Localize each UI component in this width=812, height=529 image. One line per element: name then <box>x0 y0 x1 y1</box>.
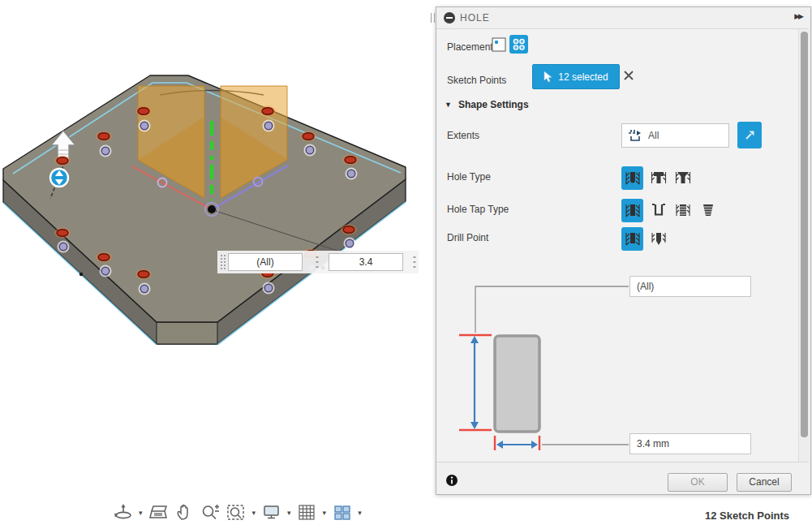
sketch-points-selection-button[interactable]: 12 selected <box>532 64 620 89</box>
viewport-diameter-input[interactable] <box>329 253 403 271</box>
depth-field[interactable] <box>629 276 751 297</box>
drill-point-angle-button[interactable] <box>647 227 669 251</box>
dialog-title: HOLE <box>460 12 490 24</box>
collapse-panel-icon[interactable]: ▶▶ <box>794 12 802 20</box>
extents-value: All <box>648 130 659 141</box>
extent-all-icon <box>627 127 643 144</box>
navigation-toolbar: ▾ ▾ <box>112 499 363 527</box>
zoom-icon[interactable] <box>200 502 221 524</box>
flip-direction-manipulator[interactable] <box>50 169 68 187</box>
kebab-handle-icon[interactable] <box>412 255 417 269</box>
chevron-down-icon[interactable]: ▾ <box>287 509 291 517</box>
flip-arrow-icon <box>742 128 757 143</box>
tap-type-simple-button[interactable] <box>621 199 643 222</box>
section-collapse-icon: ▼ <box>445 101 452 109</box>
drill-point-flat-button[interactable] <box>621 227 643 251</box>
extents-label: Extents <box>447 130 479 141</box>
dialog-scrollbar[interactable] <box>798 29 810 462</box>
hole-tap-type-label: Hole Tap Type <box>447 204 509 215</box>
chevron-down-icon[interactable]: ▾ <box>323 509 327 517</box>
flip-direction-button[interactable] <box>737 122 762 148</box>
cancel-button[interactable]: Cancel <box>737 473 792 492</box>
hole-dialog: HOLE ▶▶ Placement Sketch Points 12 selec… <box>436 6 811 495</box>
hole-type-countersink-button[interactable] <box>672 166 694 190</box>
kebab-handle-icon[interactable] <box>315 255 320 269</box>
chevron-down-icon[interactable]: ▾ <box>358 509 362 517</box>
drill-point-label: Drill Point <box>447 232 488 243</box>
diameter-dimension-arrow <box>496 441 538 449</box>
sketch-points-label: Sketch Points <box>447 75 506 86</box>
display-settings-icon[interactable] <box>260 502 282 524</box>
placement-single-button[interactable] <box>492 37 506 52</box>
tap-type-clearance-button[interactable] <box>647 199 669 222</box>
dialog-footer: OK Cancel <box>436 462 809 494</box>
fit-icon[interactable] <box>226 502 247 524</box>
placement-multiple-button[interactable] <box>509 35 528 54</box>
tap-type-taper-tapped-button[interactable] <box>697 199 719 222</box>
placement-label: Placement <box>447 41 493 53</box>
orbit-icon[interactable] <box>112 502 134 524</box>
ok-button[interactable]: OK <box>668 473 728 492</box>
hole-type-label: Hole Type <box>447 171 491 183</box>
scrollbar-thumb[interactable] <box>801 32 808 437</box>
pan-icon[interactable] <box>174 502 195 524</box>
depth-dimension-arrow <box>470 336 479 429</box>
viewports-icon[interactable] <box>331 502 353 524</box>
tap-type-tapped-button[interactable] <box>672 199 694 222</box>
drag-grip-icon[interactable] <box>220 254 226 270</box>
shape-settings-label: Shape Settings <box>458 99 529 110</box>
center-point[interactable] <box>208 205 216 213</box>
sketch-points-count: 12 selected <box>558 71 608 83</box>
hole-profile-shape <box>495 336 539 432</box>
viewport-input-strip <box>217 251 419 273</box>
diameter-field[interactable] <box>629 433 751 454</box>
cursor-icon <box>543 71 553 83</box>
hole-command-icon <box>444 12 455 24</box>
plate-front-face <box>157 322 217 344</box>
chevron-down-icon[interactable]: ▾ <box>139 509 143 517</box>
sketch-vertex-dot <box>79 273 83 276</box>
hole-type-counterbore-button[interactable] <box>647 166 669 190</box>
hole-schematic <box>436 265 809 462</box>
hole-type-simple-button[interactable] <box>621 166 643 190</box>
dialog-drag-grip-icon[interactable] <box>431 13 435 23</box>
viewport-depth-input[interactable] <box>228 253 303 271</box>
grid-and-snaps-icon[interactable] <box>296 502 318 524</box>
chevron-down-icon[interactable]: ▾ <box>252 509 256 517</box>
shape-settings-section-toggle[interactable]: ▼ Shape Settings <box>445 99 529 110</box>
extents-dropdown[interactable]: All <box>621 123 729 148</box>
look-at-icon[interactable] <box>148 502 170 524</box>
clear-selection-icon[interactable] <box>623 70 634 84</box>
depth-leader-line <box>475 286 629 333</box>
info-icon[interactable] <box>445 474 458 490</box>
dialog-header[interactable]: HOLE ▶▶ <box>436 7 809 29</box>
selection-status-text: 12 Sketch Points <box>436 510 789 522</box>
app-window: ▾ ▾ <box>0 0 812 529</box>
